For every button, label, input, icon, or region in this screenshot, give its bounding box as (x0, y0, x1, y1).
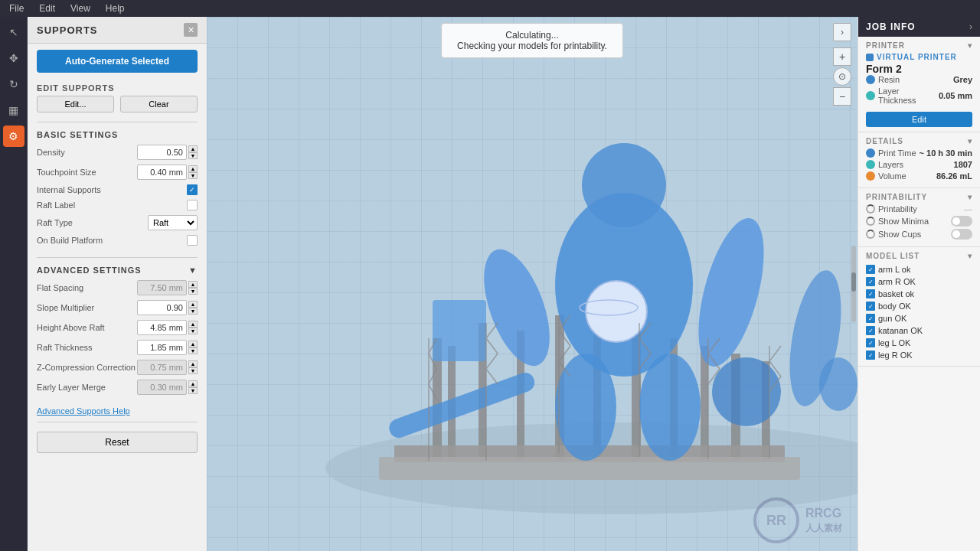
height-above-raft-input[interactable] (137, 320, 187, 335)
printability-row: Printability — (866, 204, 972, 214)
menu-edit[interactable]: Edit (36, 3, 58, 14)
details-collapse-icon[interactable]: ▾ (968, 137, 972, 145)
model-checkbox[interactable]: ✓ (866, 289, 875, 298)
touchpoint-input[interactable] (137, 165, 187, 180)
raft-thickness-spinner[interactable]: ▲ ▼ (188, 341, 198, 354)
cursor-icon[interactable]: ↖ (3, 21, 24, 43)
rotate-icon[interactable]: ↻ (3, 73, 24, 95)
layer-thickness-icon (866, 91, 875, 100)
reset-button[interactable]: Reset (37, 432, 198, 453)
model-checkbox[interactable]: ✓ (866, 302, 875, 311)
density-down[interactable]: ▼ (188, 152, 198, 159)
slope-multiplier-row: Slope Multiplier ▲ ▼ (37, 298, 198, 318)
print-time-value: ~ 10 h 30 min (920, 148, 972, 158)
zoom-in-button[interactable]: + (833, 47, 851, 66)
model-list-collapse-icon[interactable]: ▾ (968, 252, 972, 260)
density-up[interactable]: ▲ (188, 145, 198, 152)
layers-value: 1807 (954, 160, 972, 169)
density-spinner[interactable]: ▲ ▼ (188, 145, 198, 159)
edit-button[interactable]: Edit... (37, 96, 114, 112)
touchpoint-up[interactable]: ▲ (188, 165, 198, 172)
model-label: leg L OK (878, 338, 910, 347)
move-icon[interactable]: ✥ (3, 47, 24, 69)
printability-dash: — (964, 204, 972, 214)
advanced-supports-help-link[interactable]: Advanced Supports Help (28, 403, 207, 419)
list-item: ✓basket ok (866, 288, 972, 300)
z-compression-input[interactable] (137, 360, 187, 375)
touchpoint-down[interactable]: ▼ (188, 172, 198, 179)
show-cups-label: Show Cups (878, 230, 948, 239)
svg-point-21 (586, 281, 647, 342)
divider-3 (37, 422, 198, 422)
support-icon[interactable]: ⚙ (3, 126, 24, 147)
svg-line-35 (486, 354, 498, 369)
printability-collapse-icon[interactable]: ▾ (968, 193, 972, 201)
height-above-raft-spinner[interactable]: ▲ ▼ (188, 321, 198, 334)
clear-button[interactable]: Clear (120, 96, 198, 112)
slope-multiplier-input[interactable] (137, 300, 187, 315)
raft-thickness-input[interactable] (137, 340, 187, 355)
raft-label-row: Raft Label (37, 197, 198, 213)
on-build-platform-label: On Build Platform (37, 236, 103, 245)
height-above-raft-value: ▲ ▼ (137, 320, 198, 335)
show-minima-toggle[interactable] (951, 216, 972, 227)
home-button[interactable]: ⊙ (833, 67, 851, 86)
slope-multiplier-spinner[interactable]: ▲ ▼ (188, 301, 198, 315)
model-checkbox[interactable]: ✓ (866, 338, 875, 347)
density-input[interactable] (137, 145, 187, 160)
printer-edit-button[interactable]: Edit (866, 112, 972, 127)
printer-collapse-icon[interactable]: ▾ (968, 41, 972, 50)
3d-model-view (207, 17, 858, 551)
early-layer-merge-row: Early Layer Merge ▲ ▼ (37, 377, 198, 397)
z-compression-row: Z-Compression Correction ▲ ▼ (37, 357, 198, 377)
model-checkbox[interactable]: ✓ (866, 314, 875, 323)
watermark: RR RRCG人人素材 (753, 497, 842, 543)
advanced-settings-title[interactable]: ADVANCED SETTINGS ▼ (37, 261, 198, 278)
right-panel: JOB INFO › PRINTER ▾ VIRTUAL PRINTER For… (858, 17, 980, 551)
edit-supports-title: EDIT SUPPORTS (28, 79, 207, 96)
scroll-thumb (851, 272, 856, 292)
model-checkbox[interactable]: ✓ (866, 326, 875, 335)
internal-supports-checkbox[interactable]: ✓ (187, 184, 198, 195)
model-label: arm R OK (878, 277, 916, 286)
divider-1 (37, 122, 198, 122)
model-label: katanan OK (878, 326, 923, 335)
menu-file[interactable]: File (6, 3, 27, 14)
height-above-raft-row: Height Above Raft ▲ ▼ (37, 318, 198, 337)
zoom-out-button[interactable]: − (833, 87, 851, 106)
on-build-platform-checkbox[interactable] (187, 235, 198, 246)
model-checkbox[interactable]: ✓ (866, 350, 875, 360)
model-checkbox[interactable]: ✓ (866, 277, 875, 286)
layers-icon[interactable]: ▦ (3, 99, 24, 121)
menu-view[interactable]: View (67, 3, 93, 14)
list-item: ✓leg L OK (866, 337, 972, 349)
nav-arrow-icon[interactable]: › (833, 23, 851, 41)
menu-bar: File Edit View Help (0, 0, 980, 17)
resin-value: Grey (953, 75, 972, 84)
viewport[interactable]: Calculating... Checking your models for … (207, 17, 858, 551)
show-minima-icon (866, 217, 875, 226)
flat-spacing-spinner[interactable]: ▲ ▼ (188, 281, 198, 295)
show-cups-toggle[interactable] (951, 229, 972, 240)
model-checkbox[interactable]: ✓ (866, 265, 875, 274)
auto-generate-button[interactable]: Auto-Generate Selected (37, 50, 198, 73)
print-time-row: Print Time ~ 10 h 30 min (866, 148, 972, 158)
list-item: ✓katanan OK (866, 324, 972, 337)
flat-spacing-input[interactable] (137, 280, 187, 295)
printability-label: Printability (878, 204, 961, 214)
right-panel-title: JOB INFO (866, 21, 916, 32)
show-minima-row: Show Minima (866, 216, 972, 227)
raft-type-select[interactable]: Raft None Mini Raft (148, 215, 198, 230)
printability-section-title: PRINTABILITY ▾ (866, 193, 972, 201)
printer-badge: VIRTUAL PRINTER (866, 53, 972, 61)
early-layer-merge-input[interactable] (137, 380, 187, 395)
raft-label-checkbox[interactable] (187, 200, 198, 210)
panel-header: SUPPORTS ✕ (28, 17, 207, 44)
z-compression-spinner[interactable]: ▲ ▼ (188, 360, 198, 374)
early-layer-merge-spinner[interactable]: ▲ ▼ (188, 380, 198, 394)
touchpoint-spinner[interactable]: ▲ ▼ (188, 165, 198, 179)
expand-button[interactable]: › (969, 21, 972, 32)
internal-supports-label: Internal Supports (37, 185, 101, 194)
close-button[interactable]: ✕ (184, 23, 198, 37)
menu-help[interactable]: Help (103, 3, 128, 14)
